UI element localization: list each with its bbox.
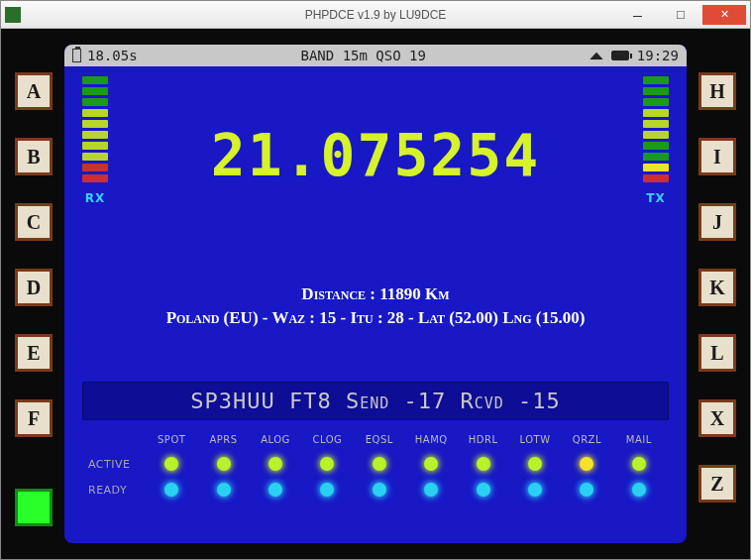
- side-button-c[interactable]: C: [15, 203, 53, 241]
- status-led: [320, 483, 334, 497]
- maximize-button[interactable]: □: [659, 5, 702, 25]
- main-screen: 18.05s BAND 15m QSO 19 19:29 RX 21.07525…: [64, 45, 687, 543]
- status-led: [528, 483, 542, 497]
- status-led: [477, 457, 490, 471]
- side-button-k[interactable]: K: [698, 269, 736, 306]
- status-led: [632, 457, 646, 471]
- status-bar: 18.05s BAND 15m QSO 19 19:29: [64, 45, 687, 66]
- side-button-l[interactable]: L: [698, 334, 736, 372]
- status-row-active: ACTIVE: [86, 458, 146, 471]
- status-col-spot: SPOT: [146, 434, 197, 445]
- status-led: [424, 457, 438, 471]
- side-button-i[interactable]: I: [698, 138, 736, 175]
- status-led: [477, 483, 490, 497]
- meter-segment: [82, 87, 108, 95]
- status-led: [373, 483, 386, 497]
- tx-label: TX: [646, 191, 665, 205]
- band-qso-label: BAND 15m QSO 19: [300, 48, 425, 63]
- indicator-green: [15, 489, 53, 526]
- status-grid: SPOTAPRSALOGCLOGEQSLHAMQHDRLLOTWQRZLMAIL…: [82, 434, 669, 504]
- status-led: [580, 457, 593, 471]
- status-col-alog: ALOG: [250, 434, 301, 445]
- left-sidebar: ABCDEF: [15, 45, 53, 543]
- status-col-hamq: HAMQ: [405, 434, 457, 445]
- side-button-f[interactable]: F: [15, 399, 53, 437]
- status-col-lotw: LOTW: [509, 434, 561, 445]
- status-col-hdrl: HDRL: [457, 434, 508, 445]
- side-button-h[interactable]: H: [698, 72, 736, 110]
- status-col-mail: MAIL: [613, 434, 665, 445]
- side-button-j[interactable]: J: [698, 203, 736, 241]
- meter-segment: [643, 109, 669, 117]
- side-button-x[interactable]: X: [698, 399, 736, 437]
- status-led: [580, 483, 593, 497]
- close-button[interactable]: ✕: [702, 5, 746, 25]
- battery2-icon: [611, 51, 629, 60]
- side-button-z[interactable]: Z: [698, 465, 736, 503]
- status-col-qrzl: QRZL: [561, 434, 612, 445]
- side-button-e[interactable]: E: [15, 334, 53, 372]
- side-button-d[interactable]: D: [15, 269, 53, 306]
- location-label: Poland (EU) - Waz : 15 - Itu : 28 - Lat …: [82, 308, 669, 328]
- distance-label: Distance : 11890 Km: [82, 284, 669, 304]
- minimize-button[interactable]: [615, 5, 659, 25]
- status-col-clog: CLOG: [301, 434, 353, 445]
- meter-segment: [643, 76, 669, 84]
- battery-icon: [72, 49, 81, 62]
- status-led: [268, 457, 282, 471]
- app-icon: [5, 7, 21, 23]
- titlebar: PHPDCE v1.9 by LU9DCE □ ✕: [1, 1, 750, 29]
- side-button-b[interactable]: B: [15, 138, 53, 175]
- status-row-ready: READY: [86, 484, 146, 497]
- status-col-eqsl: EQSL: [354, 434, 405, 445]
- status-led: [320, 457, 334, 471]
- info-block: Distance : 11890 Km Poland (EU) - Waz : …: [82, 284, 669, 328]
- meter-segment: [82, 76, 108, 84]
- status-led: [373, 457, 386, 471]
- meter-segment: [82, 109, 108, 117]
- status-led: [164, 457, 178, 471]
- status-led: [424, 483, 438, 497]
- status-led: [164, 483, 178, 497]
- qso-bar: SP3HUU FT8 Send -17 Rcvd -15: [82, 382, 669, 420]
- status-led: [528, 457, 542, 471]
- meter-segment: [643, 87, 669, 95]
- wifi-icon: [590, 52, 603, 59]
- meter-segment: [82, 98, 108, 106]
- right-sidebar: HIJKLXZ: [698, 45, 736, 543]
- status-col-aprs: APRS: [197, 434, 249, 445]
- status-led: [268, 483, 282, 497]
- status-led: [217, 457, 231, 471]
- side-button-a[interactable]: A: [15, 72, 53, 110]
- frequency-display: 21.075254: [82, 122, 669, 189]
- rx-label: RX: [85, 191, 106, 205]
- seconds-label: 18.05s: [87, 48, 138, 63]
- status-led: [217, 483, 231, 497]
- meter-segment: [643, 98, 669, 106]
- status-led: [632, 483, 646, 497]
- clock-label: 19:29: [637, 48, 679, 63]
